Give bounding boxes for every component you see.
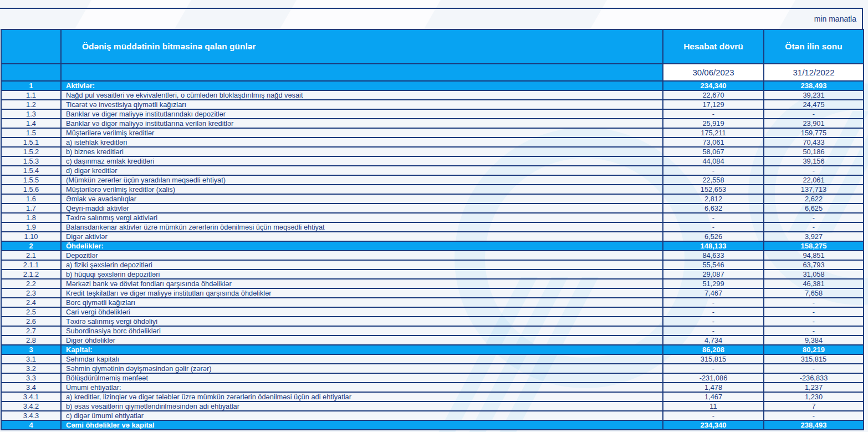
row-number-cell: 2.1.1 (1, 260, 61, 270)
current-value-cell: 315,815 (663, 354, 764, 364)
table-row: 1.5.1a) istehlak kreditləri73,06170,433 (1, 138, 864, 147)
previous-value-cell: - (764, 109, 864, 119)
row-number-cell: 1.1 (1, 90, 61, 100)
previous-value-cell: 22,061 (764, 175, 864, 185)
previous-value-cell: 7 (764, 401, 864, 411)
previous-value-cell: - (764, 326, 864, 336)
current-value-cell: - (663, 298, 764, 307)
current-value-cell: 4,734 (663, 336, 764, 345)
row-label-cell: b) hüquqi şəxslərin depozitləri (61, 270, 663, 279)
row-label-cell: Cari vergi öhdəlikləri (61, 307, 663, 317)
row-number-cell: 2.7 (1, 326, 61, 336)
row-number-cell: 1.5.3 (1, 156, 61, 166)
section-row: 2Öhdəliklər:148,133158,275 (1, 241, 864, 251)
previous-value-cell: 70,433 (764, 138, 864, 147)
row-label-cell: Bölüşdürülməmiş mənfəət (61, 373, 663, 383)
current-value-cell: -231,086 (663, 373, 764, 383)
current-value-cell: 11 (663, 401, 764, 411)
table-body: 1Aktivlər:234,340238,4931.1Nağd pul vəsa… (1, 81, 864, 430)
table-row: 1.5.6Müştərilərə verilmiş kreditlər (xal… (1, 185, 864, 194)
balance-sheet-page: min manatla Ödəniş müddətinin bitməsinə … (0, 0, 868, 432)
row-number-cell: 3.2 (1, 364, 61, 373)
previous-value-cell: 1,237 (764, 383, 864, 392)
previous-value-cell: 39,231 (764, 90, 864, 100)
previous-value-cell: 315,815 (764, 354, 864, 364)
header-maturity-label: Ödəniş müddətinin bitməsinə qalan günlər (61, 29, 663, 64)
row-label-cell: Təxirə salınmış vergi aktivləri (61, 213, 663, 222)
previous-value-cell: 3,927 (764, 232, 864, 241)
row-number-cell: 2 (1, 241, 61, 251)
row-number-cell: 2.6 (1, 317, 61, 326)
row-label-cell: Səhmin qiymətinin dəyişməsindən gəlir (z… (61, 364, 663, 373)
header-previous-period: Ötən ilin sonu (764, 29, 864, 64)
previous-period-date: 31/12/2022 (764, 64, 864, 81)
row-label-cell: Nağd pul vəsaitləri və ekvivalentləri, o… (61, 90, 663, 100)
table-row: 2.2Mərkəzi bank və dövlət fondları qarşı… (1, 279, 864, 288)
previous-value-cell: 94,851 (764, 251, 864, 260)
row-label-cell: Balansdankənar aktivlər üzrə mümkün zərə… (61, 222, 663, 232)
row-number-cell: 2.5 (1, 307, 61, 317)
previous-value-cell: 1,230 (764, 392, 864, 401)
current-value-cell: - (663, 326, 764, 336)
previous-value-cell: 50,186 (764, 147, 864, 156)
table-row: 1.5.5(Mümkün zərərlər üçün yaradılan məq… (1, 175, 864, 185)
table-row: 2.7Subordinasiya borc öhdəlikləri-- (1, 326, 864, 336)
table-row: 1.5Müştərilərə verilmiş kreditlər175,211… (1, 128, 864, 138)
row-number-cell: 1.3 (1, 109, 61, 119)
table-row: 1.5.4d) digər kreditlər-- (1, 166, 864, 175)
current-value-cell: 1,478 (663, 383, 764, 392)
row-number-cell: 1.6 (1, 194, 61, 204)
row-label-cell: Digər aktivlər (61, 232, 663, 241)
row-number-cell: 1.5.1 (1, 138, 61, 147)
current-value-cell: 234,340 (663, 420, 764, 430)
section-row: 1Aktivlər:234,340238,493 (1, 81, 864, 90)
balance-sheet-table: Ödəniş müddətinin bitməsinə qalan günlər… (1, 29, 864, 430)
row-label-cell: Öhdəliklər: (61, 241, 663, 251)
current-value-cell: 152,653 (663, 185, 764, 194)
previous-value-cell: - (764, 364, 864, 373)
row-number-cell: 2.3 (1, 288, 61, 298)
table-row: 3.3Bölüşdürülməmiş mənfəət-231,086-236,8… (1, 373, 864, 383)
row-number-cell: 2.4 (1, 298, 61, 307)
previous-value-cell: 137,713 (764, 185, 864, 194)
current-value-cell: 2,812 (663, 194, 764, 204)
row-number-cell: 1.2 (1, 100, 61, 109)
row-label-cell: Kapital: (61, 345, 663, 354)
row-label-cell: Əmlak və avadanlıqlar (61, 194, 663, 204)
table-row: 1.3Banklar və digər maliyyə institutları… (1, 109, 864, 119)
current-value-cell: 86,208 (663, 345, 764, 354)
row-label-cell: b) əsas vəsaitlərin qiymətləndirilməsind… (61, 401, 663, 411)
current-value-cell: - (663, 213, 764, 222)
current-value-cell: 22,558 (663, 175, 764, 185)
table-row: 2.6Təxirə salınmış vergi öhdəliyi-- (1, 317, 864, 326)
row-label-cell: Ticarət və investisiya qiymətli kağızlar… (61, 100, 663, 109)
current-value-cell: 148,133 (663, 241, 764, 251)
row-number-cell: 1 (1, 81, 61, 90)
previous-value-cell: 159,775 (764, 128, 864, 138)
previous-value-cell: 158,275 (764, 241, 864, 251)
row-number-cell: 2.2 (1, 279, 61, 288)
date-blank-cell (1, 64, 61, 81)
section-row: 4Cəmi öhdəliklər və kapital234,340238,49… (1, 420, 864, 430)
units-strip: min manatla (0, 8, 863, 29)
row-label-cell: Borc qiymətli kağızları (61, 298, 663, 307)
row-number-cell: 1.5.2 (1, 147, 61, 156)
current-value-cell: - (663, 364, 764, 373)
date-row: 30/06/2023 31/12/2022 (1, 64, 864, 81)
row-number-cell: 2.8 (1, 336, 61, 345)
current-value-cell: 25,919 (663, 119, 764, 128)
row-label-cell: Müştərilərə verilmiş kreditlər (61, 128, 663, 138)
current-value-cell: 22,670 (663, 90, 764, 100)
row-label-cell: Səhmdar kapitalı (61, 354, 663, 364)
units-label: min manatla (814, 14, 856, 23)
row-label-cell: Ümumi ehtiyatlar: (61, 383, 663, 392)
table-row: 3.1Səhmdar kapitalı315,815315,815 (1, 354, 864, 364)
date-blank-cell (61, 64, 663, 81)
row-label-cell: d) digər kreditlər (61, 166, 663, 175)
previous-value-cell: 24,475 (764, 100, 864, 109)
current-value-cell: 7,467 (663, 288, 764, 298)
row-label-cell: b) biznes kreditləri (61, 147, 663, 156)
row-number-cell: 1.8 (1, 213, 61, 222)
table-row: 1.2Ticarət və investisiya qiymətli kağız… (1, 100, 864, 109)
row-label-cell: Təxirə salınmış vergi öhdəliyi (61, 317, 663, 326)
